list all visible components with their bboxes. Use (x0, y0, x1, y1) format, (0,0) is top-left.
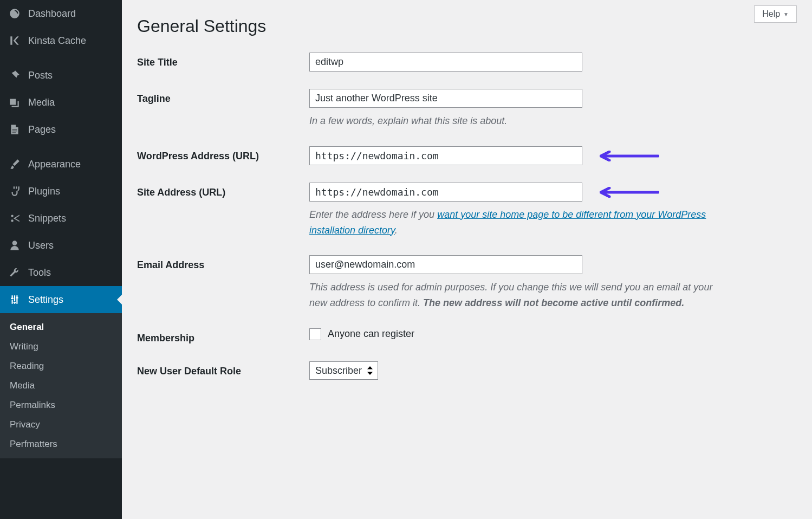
email-label: Email Address (137, 255, 309, 271)
site-url-label: Site Address (URL) (137, 183, 309, 198)
sidebar-item-label: Settings (28, 294, 63, 306)
scissors-icon (8, 211, 22, 225)
sidebar-item-appearance[interactable]: Appearance (0, 151, 122, 178)
sidebar-item-label: Posts (28, 70, 53, 81)
sidebar-item-label: Kinsta Cache (28, 35, 86, 47)
help-button[interactable]: Help ▼ (754, 5, 797, 23)
wp-url-label: WordPress Address (URL) (137, 146, 309, 162)
arrow-annotation-icon (600, 151, 659, 161)
wp-url-input[interactable] (309, 146, 582, 165)
media-icon (8, 95, 22, 109)
arrow-annotation-icon (600, 187, 659, 198)
settings-submenu: GeneralWritingReadingMediaPermalinksPriv… (0, 313, 122, 458)
kinsta-icon (8, 34, 22, 48)
email-input[interactable] (309, 255, 582, 274)
sidebar-item-label: Plugins (28, 186, 60, 197)
tagline-description: In a few words, explain what this site i… (309, 113, 721, 129)
settings-icon (8, 293, 22, 307)
wrench-icon (8, 265, 22, 280)
submenu-item-writing[interactable]: Writing (0, 337, 122, 356)
pin-icon (8, 68, 22, 82)
sidebar-item-label: Tools (28, 267, 51, 278)
pages-icon (8, 122, 22, 137)
site-url-input[interactable] (309, 183, 582, 202)
sidebar-item-posts[interactable]: Posts (0, 62, 122, 89)
email-description: This address is used for admin purposes.… (309, 280, 721, 311)
sidebar-item-users[interactable]: Users (0, 232, 122, 259)
submenu-item-media[interactable]: Media (0, 376, 122, 395)
submenu-item-privacy[interactable]: Privacy (0, 415, 122, 434)
brush-icon (8, 157, 22, 171)
membership-checkbox[interactable] (309, 328, 321, 340)
submenu-item-permalinks[interactable]: Permalinks (0, 395, 122, 415)
tagline-label: Tagline (137, 89, 309, 105)
membership-checkbox-label: Anyone can register (328, 328, 414, 340)
page-title: General Settings (137, 16, 797, 36)
submenu-item-reading[interactable]: Reading (0, 356, 122, 376)
membership-label: Membership (137, 328, 309, 344)
sidebar-item-label: Media (28, 97, 55, 108)
user-icon (8, 238, 22, 252)
default-role-label: New User Default Role (137, 361, 309, 377)
site-url-description: Enter the address here if you want your … (309, 207, 721, 238)
sidebar-item-pages[interactable]: Pages (0, 116, 122, 143)
sidebar-item-dashboard[interactable]: Dashboard (0, 0, 122, 27)
sidebar-item-plugins[interactable]: Plugins (0, 178, 122, 205)
tagline-input[interactable] (309, 89, 582, 108)
sidebar-item-snippets[interactable]: Snippets (0, 205, 122, 232)
sidebar-item-media[interactable]: Media (0, 89, 122, 116)
admin-sidebar: DashboardKinsta CachePostsMediaPagesAppe… (0, 0, 122, 519)
sidebar-item-label: Dashboard (28, 8, 76, 20)
sidebar-item-settings[interactable]: Settings (0, 286, 122, 313)
help-label: Help (762, 9, 780, 19)
sidebar-item-kinsta-cache[interactable]: Kinsta Cache (0, 27, 122, 54)
submenu-item-perfmatters[interactable]: Perfmatters (0, 434, 122, 454)
main-content: Help ▼ General Settings Site Title Tagli… (122, 0, 812, 519)
sidebar-item-label: Users (28, 240, 54, 251)
sidebar-item-label: Snippets (28, 213, 66, 224)
submenu-item-general[interactable]: General (0, 317, 122, 337)
plug-icon (8, 184, 22, 198)
dashboard-icon (8, 7, 22, 21)
default-role-select[interactable]: Subscriber (309, 361, 378, 380)
sidebar-item-label: Appearance (28, 159, 81, 170)
sidebar-item-label: Pages (28, 124, 56, 135)
site-title-input[interactable] (309, 53, 582, 72)
sidebar-item-tools[interactable]: Tools (0, 259, 122, 286)
chevron-down-icon: ▼ (783, 11, 789, 17)
site-title-label: Site Title (137, 53, 309, 68)
